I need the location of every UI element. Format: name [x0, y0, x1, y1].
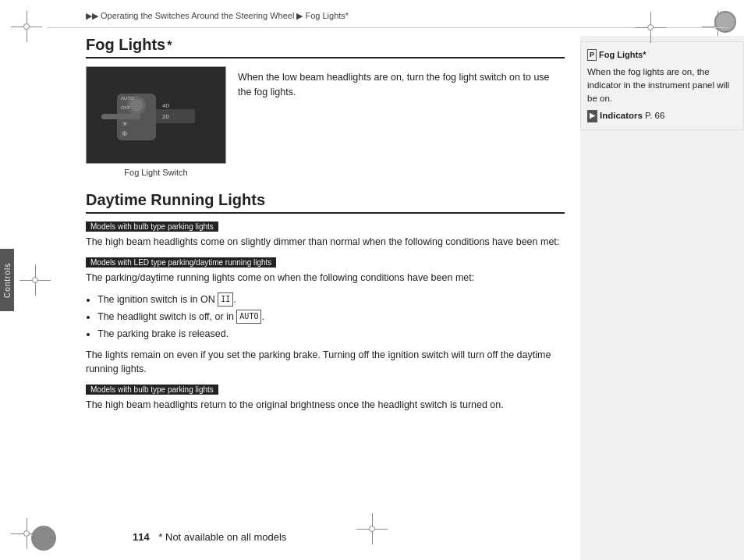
svg-text:20: 20 — [162, 113, 169, 120]
ref-icon: ▶ — [587, 110, 597, 122]
breadcrumb-part2: Fog Lights* — [305, 11, 349, 20]
breadcrumb: ▶▶ Operating the Switches Around the Ste… — [47, 0, 728, 28]
bullet-1: The ignition switch is in ON II. — [97, 292, 565, 307]
model-badge-1: Models with bulb type parking lights — [86, 222, 218, 232]
svg-text:⊕: ⊕ — [122, 129, 128, 137]
svg-point-3 — [130, 99, 143, 112]
fog-image-container: AUTO OFF ☀ ⊕ 40 20 — [86, 66, 226, 177]
fog-image: AUTO OFF ☀ ⊕ 40 20 — [86, 66, 226, 164]
daytime-text-1: The high beam headlights come on slightl… — [86, 235, 565, 250]
daytime-section: Daytime Running Lights Models with bulb … — [86, 191, 565, 413]
ref-page: P. 66 — [645, 109, 664, 122]
right-box-title: P Fog Lights* — [587, 48, 737, 62]
breadcrumb-arrow2: ▶ — [296, 11, 303, 20]
fog-lights-content: AUTO OFF ☀ ⊕ 40 20 — [86, 66, 565, 177]
right-box-ref: ▶ Indicators P. 66 — [587, 109, 737, 122]
main-content: ▶▶ Operating the Switches Around the Ste… — [47, 0, 744, 560]
svg-text:☀: ☀ — [122, 120, 128, 128]
corner-bl — [8, 515, 45, 552]
fog-caption: Fog Light Switch — [124, 168, 187, 177]
model-badge-3: Models with bulb type parking lights — [86, 385, 218, 395]
right-column: P Fog Lights* When the fog lights are on… — [580, 36, 744, 560]
svg-text:40: 40 — [162, 102, 169, 109]
model-badge-2: Models with LED type parking/daytime run… — [86, 257, 276, 268]
sidebar-controls-tab: Controls — [0, 249, 14, 311]
daytime-title: Daytime Running Lights — [86, 191, 565, 214]
ignition-icon: II — [218, 292, 233, 307]
page: Controls ▶▶ Operating the Switches Aroun… — [0, 0, 744, 560]
page-footer: 114 * Not available on all models — [133, 531, 286, 543]
page-number: 114 — [133, 531, 150, 543]
left-column: Fog Lights* — [47, 36, 580, 560]
breadcrumb-part1: Operating the Switches Around the Steeri… — [101, 11, 294, 20]
svg-text:AUTO: AUTO — [121, 96, 134, 101]
fog-description: When the low beam headlights are on, tur… — [238, 66, 565, 177]
bullet-3: The parking brake is released. — [97, 326, 565, 342]
fog-lights-title: Fog Lights* — [86, 36, 565, 58]
right-box-title-text: Fog Lights* — [599, 48, 647, 62]
right-info-box: P Fog Lights* When the fog lights are on… — [580, 41, 744, 130]
ref-label: Indicators — [600, 109, 643, 122]
switch-svg: AUTO OFF ☀ ⊕ 40 20 — [94, 70, 218, 160]
left-mid-crosshair — [19, 264, 51, 296]
bottom-crosshair — [356, 513, 388, 544]
fog-lights-section: Fog Lights* — [86, 36, 565, 177]
bullet-2: The headlight switch is off, or in AUTO. — [97, 309, 565, 324]
headlight-icon: AUTO — [236, 310, 261, 324]
content-split: Fog Lights* — [47, 28, 744, 560]
footnote: * Not available on all models — [158, 531, 286, 543]
svg-text:OFF: OFF — [121, 105, 130, 110]
right-box-icon: P — [587, 49, 597, 62]
top-right-crosshair — [635, 12, 666, 43]
daytime-extra-text: The lights remain on even if you set the… — [86, 348, 565, 377]
bullet-list: The ignition switch is in ON II. The hea… — [97, 292, 565, 342]
breadcrumb-arrow1: ▶▶ — [86, 11, 98, 20]
svg-rect-8 — [101, 114, 140, 119]
daytime-text-3: The high beam headlights return to the o… — [86, 398, 565, 413]
right-box-text: When the fog lights are on, the indicato… — [587, 66, 737, 106]
daytime-text-2: The parking/daytime running lights come … — [86, 271, 565, 285]
corner-tl — [8, 8, 45, 45]
